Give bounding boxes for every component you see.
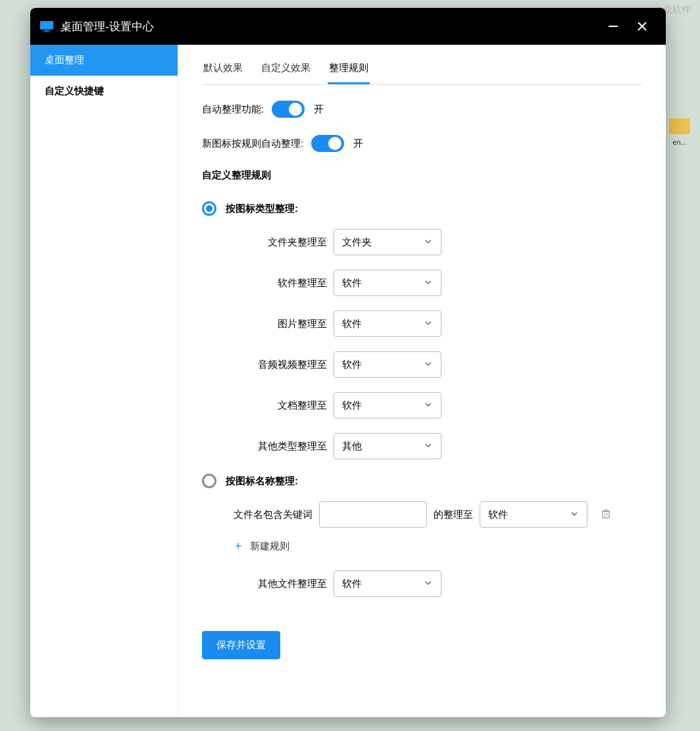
rule-av-label: 音频视频整理至 — [241, 359, 327, 371]
select-otherfile-dest[interactable]: 软件 — [334, 570, 441, 597]
chevron-down-icon — [424, 400, 433, 411]
toggle-auto-sort[interactable] — [272, 101, 305, 118]
radio-by-name-label: 按图标名称整理: — [226, 475, 298, 488]
chevron-down-icon — [424, 441, 433, 452]
select-keyword-dest[interactable]: 软件 — [480, 501, 588, 528]
select-value: 文件夹 — [342, 236, 372, 249]
sidebar-item-desktop-manage[interactable]: 桌面整理 — [30, 45, 178, 76]
chevron-down-icon — [424, 237, 433, 248]
close-button[interactable] — [628, 13, 657, 39]
settings-window: 桌面管理-设置中心 桌面整理 自定义快捷键 默认效果 自定义效果 整理规则 — [30, 8, 666, 717]
minimize-button[interactable] — [599, 13, 628, 39]
svg-rect-0 — [40, 21, 53, 30]
plus-icon: + — [235, 540, 242, 553]
toggle-auto-sort-status: 开 — [314, 103, 324, 116]
rule-folder-label: 文件夹整理至 — [241, 236, 327, 249]
tabs: 默认效果 自定义效果 整理规则 — [202, 57, 642, 85]
svg-rect-1 — [44, 30, 49, 32]
other-file-label: 其他文件整理至 — [241, 578, 327, 590]
select-value: 软件 — [342, 578, 362, 590]
radio-by-type[interactable] — [202, 201, 216, 216]
rule-other-label: 其他类型整理至 — [241, 440, 327, 453]
select-value: 其他 — [342, 440, 362, 453]
select-other-dest[interactable]: 其他 — [334, 433, 441, 459]
select-software-dest[interactable]: 软件 — [334, 270, 441, 296]
select-doc-dest[interactable]: 软件 — [334, 392, 441, 418]
select-folder-dest[interactable]: 文件夹 — [334, 229, 441, 255]
radio-by-name[interactable] — [202, 474, 216, 488]
add-rule-label: 新建规则 — [250, 540, 289, 553]
tab-default-effect[interactable]: 默认效果 — [202, 57, 244, 84]
sidebar: 桌面整理 自定义快捷键 — [30, 45, 178, 717]
select-value: 软件 — [342, 277, 362, 290]
titlebar: 桌面管理-设置中心 — [30, 8, 666, 45]
chevron-down-icon — [424, 578, 433, 590]
folder-icon — [669, 118, 690, 134]
tab-sort-rules[interactable]: 整理规则 — [328, 57, 370, 84]
sidebar-item-label: 自定义快捷键 — [45, 85, 104, 96]
section-title-custom-rules: 自定义整理规则 — [202, 169, 642, 182]
toggle-new-icon-status: 开 — [353, 138, 363, 150]
select-av-dest[interactable]: 软件 — [334, 351, 441, 378]
select-value: 软件 — [488, 509, 508, 521]
toggle-new-icon[interactable] — [311, 135, 344, 152]
add-rule-button[interactable]: + 新建规则 — [202, 540, 642, 553]
window-title: 桌面管理-设置中心 — [61, 19, 154, 34]
chevron-down-icon — [570, 509, 579, 520]
desktop-folder-hint: en... — [666, 118, 693, 146]
sidebar-item-label: 桌面整理 — [45, 54, 84, 65]
chevron-down-icon — [424, 318, 433, 330]
main-panel: 默认效果 自定义效果 整理规则 自动整理功能: 开 新图标按规则自动整理: 开 … — [178, 45, 666, 717]
rule-doc-label: 文档整理至 — [241, 399, 327, 412]
desktop-folder-label: en... — [666, 138, 693, 146]
toggle-new-icon-label: 新图标按规则自动整理: — [202, 138, 303, 150]
save-button[interactable]: 保存并设置 — [202, 631, 280, 659]
svg-rect-6 — [603, 511, 609, 518]
radio-by-type-label: 按图标类型整理: — [226, 203, 298, 215]
app-icon — [39, 20, 54, 32]
select-value: 软件 — [342, 359, 362, 371]
name-rule-prefix: 文件名包含关键词 — [234, 509, 312, 521]
toggle-auto-sort-label: 自动整理功能: — [202, 103, 264, 116]
chevron-down-icon — [424, 278, 433, 289]
delete-rule-button[interactable] — [601, 509, 611, 521]
select-value: 软件 — [342, 399, 362, 412]
sidebar-item-custom-shortcut[interactable]: 自定义快捷键 — [30, 76, 178, 107]
name-rule-mid: 的整理至 — [434, 509, 473, 521]
rule-software-label: 软件整理至 — [241, 277, 327, 290]
rule-image-label: 图片整理至 — [241, 318, 327, 330]
keyword-input[interactable] — [319, 501, 427, 528]
chevron-down-icon — [424, 359, 433, 370]
select-image-dest[interactable]: 软件 — [334, 311, 441, 337]
svg-rect-2 — [43, 32, 51, 32]
select-value: 软件 — [342, 318, 362, 330]
tab-custom-effect[interactable]: 自定义效果 — [260, 57, 312, 84]
